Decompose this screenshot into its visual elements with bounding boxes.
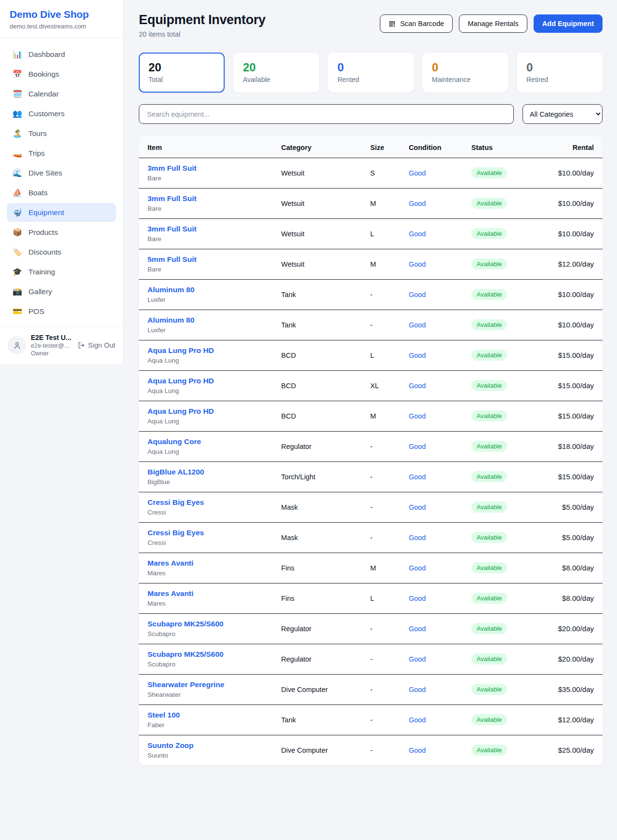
sidebar-item[interactable]: 📦 Products: [7, 223, 116, 242]
item-name-link[interactable]: Shearwater Peregrine: [148, 680, 281, 689]
item-name-link[interactable]: Mares Avanti: [148, 589, 281, 598]
table-row: 5mm Full Suit Bare Wetsuit M Good Availa…: [139, 249, 603, 280]
item-name-link[interactable]: Suunto Zoop: [148, 741, 281, 750]
sidebar-item[interactable]: ⛵ Boats: [7, 183, 116, 202]
item-brand: Aqua Lung: [148, 387, 281, 394]
item-condition-link[interactable]: Good: [409, 412, 426, 420]
table-row: 3mm Full Suit Bare Wetsuit L Good Availa…: [139, 219, 603, 249]
status-badge: Available: [471, 289, 508, 300]
item-brand: Cressi: [148, 509, 281, 516]
item-condition-link[interactable]: Good: [409, 655, 426, 663]
item-rental-rate: $10.00/day: [538, 158, 603, 189]
sidebar-item[interactable]: 🚤 Trips: [7, 144, 116, 163]
stat-value: 0: [526, 61, 593, 74]
item-condition-link[interactable]: Good: [409, 595, 426, 602]
item-rental-rate: $20.00/day: [538, 614, 603, 644]
item-name-link[interactable]: Aqua Lung Pro HD: [148, 346, 281, 355]
stat-card[interactable]: 0 Maintenance: [422, 53, 508, 93]
table-row: Steel 100 Faber Tank - Good Available $1…: [139, 705, 603, 735]
item-name-link[interactable]: 3mm Full Suit: [148, 225, 281, 233]
category-select[interactable]: All Categories: [523, 104, 603, 124]
item-condition-link[interactable]: Good: [409, 321, 426, 329]
item-condition-link[interactable]: Good: [409, 291, 426, 298]
item-rental-rate: $10.00/day: [538, 310, 603, 340]
sidebar-item[interactable]: 📸 Gallery: [7, 282, 116, 301]
item-name-link[interactable]: Aqualung Core: [148, 437, 281, 446]
barcode-icon: [389, 20, 396, 27]
sidebar-item-label: Boats: [28, 189, 48, 197]
sidebar-item[interactable]: 🤿 Equipment: [7, 203, 116, 222]
item-name-link[interactable]: BigBlue AL1200: [148, 468, 281, 476]
status-badge: Available: [471, 623, 508, 634]
item-condition-link[interactable]: Good: [409, 382, 426, 390]
item-name-link[interactable]: Aqua Lung Pro HD: [148, 407, 281, 416]
status-badge: Available: [471, 441, 508, 452]
item-name-link[interactable]: Aluminum 80: [148, 316, 281, 325]
item-condition-link[interactable]: Good: [409, 686, 426, 693]
calendar-icon: 📅: [13, 69, 22, 79]
stat-card[interactable]: 20 Total: [139, 53, 225, 93]
item-name-link[interactable]: Aqua Lung Pro HD: [148, 377, 281, 385]
sidebar-item[interactable]: 🗓️ Calendar: [7, 84, 116, 103]
stat-label: Maintenance: [432, 76, 498, 83]
item-name-link[interactable]: Scubapro MK25/S600: [148, 620, 281, 628]
item-condition-link[interactable]: Good: [409, 503, 426, 511]
stat-value: 0: [432, 61, 498, 74]
sidebar-item[interactable]: 🎓 Training: [7, 262, 116, 281]
item-name-link[interactable]: Steel 100: [148, 711, 281, 719]
sidebar-item-label: Products: [28, 228, 58, 237]
item-name-link[interactable]: 5mm Full Suit: [148, 255, 281, 264]
item-category: Mask: [281, 523, 370, 553]
stat-card[interactable]: 0 Rented: [328, 53, 414, 93]
item-condition-link[interactable]: Good: [409, 534, 426, 542]
manage-rentals-button[interactable]: Manage Rentals: [459, 14, 527, 33]
add-equipment-button[interactable]: Add Equipment: [534, 14, 603, 33]
scan-barcode-button[interactable]: Scan Barcode: [380, 14, 453, 33]
item-condition-link[interactable]: Good: [409, 230, 426, 238]
sidebar-item[interactable]: 👥 Customers: [7, 104, 116, 123]
sidebar-item[interactable]: 📅 Bookings: [7, 65, 116, 83]
status-badge: Available: [471, 258, 508, 270]
item-category: Dive Computer: [281, 735, 370, 766]
item-brand: Faber: [148, 721, 281, 729]
sidebar-item[interactable]: 🌊 Dive Sites: [7, 163, 116, 182]
shop-domain: demo.test.divestreams.com: [10, 23, 113, 30]
item-condition-link[interactable]: Good: [409, 260, 426, 268]
item-brand: Suunto: [148, 752, 281, 759]
item-size: M: [370, 189, 409, 219]
item-condition-link[interactable]: Good: [409, 746, 426, 754]
item-condition-link[interactable]: Good: [409, 443, 426, 450]
sidebar-item[interactable]: 📊 Dashboard: [7, 45, 116, 64]
item-condition-link[interactable]: Good: [409, 473, 426, 481]
item-name-link[interactable]: 3mm Full Suit: [148, 194, 281, 203]
item-condition-link[interactable]: Good: [409, 352, 426, 359]
status-badge: Available: [471, 167, 508, 178]
item-condition-link[interactable]: Good: [409, 625, 426, 633]
item-name-link[interactable]: Cressi Big Eyes: [148, 528, 281, 537]
item-condition-link[interactable]: Good: [409, 169, 426, 177]
item-name-link[interactable]: Mares Avanti: [148, 559, 281, 568]
item-condition-link[interactable]: Good: [409, 716, 426, 724]
col-rental: Rental: [538, 136, 603, 158]
stat-card[interactable]: 20 Available: [233, 53, 319, 93]
avatar: [8, 336, 26, 354]
item-condition-link[interactable]: Good: [409, 564, 426, 572]
sidebar-item[interactable]: 🏝️ Tours: [7, 124, 116, 143]
item-name-link[interactable]: Cressi Big Eyes: [148, 498, 281, 507]
sidebar-item[interactable]: 🏷️ Discounts: [7, 243, 116, 261]
item-name-link[interactable]: Scubapro MK25/S600: [148, 650, 281, 659]
item-category: Tank: [281, 705, 370, 735]
item-name-link[interactable]: Aluminum 80: [148, 285, 281, 294]
search-input[interactable]: [139, 104, 514, 124]
item-brand: Luxfer: [148, 326, 281, 334]
item-size: -: [370, 310, 409, 340]
sidebar-item[interactable]: 💳 POS: [7, 302, 116, 321]
item-category: Mask: [281, 492, 370, 523]
item-rental-rate: $15.00/day: [538, 371, 603, 401]
table-row: Aqualung Core Aqua Lung Regulator - Good…: [139, 432, 603, 462]
item-condition-link[interactable]: Good: [409, 200, 426, 207]
item-name-link[interactable]: 3mm Full Suit: [148, 164, 281, 173]
stat-card[interactable]: 0 Retired: [517, 53, 603, 93]
person-icon: [13, 341, 22, 350]
sign-out-button[interactable]: Sign Out: [78, 341, 115, 349]
